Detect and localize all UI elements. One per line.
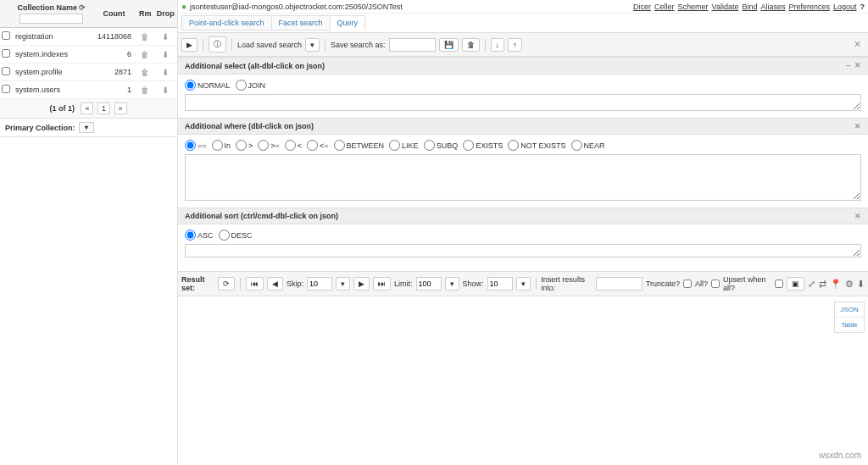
table-row[interactable]: system.indexes 6 🗑 ⬇ bbox=[0, 46, 177, 64]
info-button[interactable]: ⓘ bbox=[209, 36, 226, 53]
limit-dropdown[interactable]: ▾ bbox=[445, 277, 459, 291]
execute-insert-button[interactable]: ▣ bbox=[787, 277, 804, 291]
download-icon[interactable]: ⬇ bbox=[162, 68, 169, 77]
tab-facet-search[interactable]: Facet search bbox=[271, 15, 331, 30]
skip-dropdown[interactable]: ▾ bbox=[336, 277, 350, 291]
trash-icon[interactable]: 🗑 bbox=[141, 68, 149, 77]
radio-between[interactable]: BETWEEN bbox=[334, 140, 385, 151]
view-tab-json[interactable]: JSON bbox=[835, 302, 864, 318]
table-row[interactable]: system.profile 2871 🗑 ⬇ bbox=[0, 64, 177, 81]
table-row[interactable]: registration 14118068 🗑 ⬇ bbox=[0, 28, 177, 46]
row-checkbox[interactable] bbox=[2, 49, 10, 58]
insert-into-input[interactable] bbox=[596, 277, 643, 291]
radio-lt[interactable]: < bbox=[285, 140, 302, 151]
limit-input[interactable] bbox=[416, 277, 442, 291]
link-icon[interactable]: ⇄ bbox=[819, 279, 826, 290]
radio-like[interactable]: LIKE bbox=[389, 140, 419, 151]
next-page-button[interactable]: » bbox=[114, 102, 127, 114]
tab-query[interactable]: Query bbox=[330, 15, 366, 30]
close-panel-icon[interactable]: ✕ bbox=[854, 212, 861, 220]
trash-icon[interactable]: 🗑 bbox=[141, 50, 149, 59]
result-refresh-button[interactable]: ⟳ bbox=[218, 277, 235, 291]
download-icon[interactable]: ⬇ bbox=[162, 50, 169, 59]
load-saved-dropdown[interactable]: ▾ bbox=[305, 38, 320, 52]
minimize-icon[interactable]: − bbox=[846, 61, 851, 70]
page-number[interactable]: 1 bbox=[97, 102, 110, 114]
show-input[interactable] bbox=[487, 277, 513, 291]
show-dropdown[interactable]: ▾ bbox=[516, 277, 531, 291]
nav-schemer[interactable]: Schemer bbox=[678, 3, 709, 11]
where-panel-header[interactable]: Additional where (dbl-click on json) ✕ bbox=[178, 118, 868, 135]
save-search-input[interactable] bbox=[389, 38, 436, 52]
sort-up-button[interactable]: ↑ bbox=[508, 38, 522, 52]
download-icon[interactable]: ⬇ bbox=[162, 86, 169, 95]
primary-collection-dropdown[interactable]: ▾ bbox=[79, 122, 94, 133]
where-textarea[interactable] bbox=[185, 154, 861, 201]
nav-aliases[interactable]: Aliases bbox=[760, 3, 785, 11]
trash-icon[interactable]: 🗑 bbox=[141, 32, 149, 42]
skip-input[interactable] bbox=[307, 277, 332, 291]
close-icon[interactable]: ✕ bbox=[854, 39, 865, 50]
radio-desc[interactable]: DESC bbox=[219, 230, 253, 241]
last-page-button[interactable]: ⏭ bbox=[373, 277, 391, 291]
table-row[interactable]: system.users 1 🗑 ⬇ bbox=[0, 81, 177, 99]
delete-saved-button[interactable]: 🗑 bbox=[462, 38, 480, 52]
all-checkbox[interactable] bbox=[711, 280, 720, 288]
upsert-checkbox[interactable] bbox=[775, 280, 783, 288]
nav-logout[interactable]: Logout bbox=[833, 3, 857, 11]
radio-join[interactable]: JOIN bbox=[236, 80, 266, 91]
nav-preferences[interactable]: Preferences bbox=[788, 3, 830, 11]
collection-name[interactable]: registration bbox=[12, 28, 92, 46]
collection-name[interactable]: system.profile bbox=[12, 64, 92, 81]
view-tab-table[interactable]: Table bbox=[835, 318, 864, 332]
close-panel-icon[interactable]: ✕ bbox=[854, 61, 861, 70]
radio-gte[interactable]: >= bbox=[258, 140, 280, 151]
truncate-checkbox[interactable] bbox=[683, 280, 692, 288]
collection-count: 6 bbox=[92, 46, 136, 64]
nav-dicer[interactable]: Dicer bbox=[633, 3, 651, 11]
trash-icon[interactable]: 🗑 bbox=[141, 86, 149, 95]
nav-bind[interactable]: Bind bbox=[742, 3, 757, 11]
radio-asc[interactable]: ASC bbox=[185, 230, 214, 241]
refresh-icon[interactable]: ⟳ bbox=[79, 3, 86, 12]
radio-notexists[interactable]: NOT EXISTS bbox=[508, 140, 565, 151]
select-textarea[interactable] bbox=[185, 94, 861, 111]
run-button[interactable]: ▶ bbox=[181, 38, 198, 52]
download-icon[interactable]: ⬇ bbox=[162, 32, 169, 42]
col-count-header[interactable]: Count bbox=[92, 0, 136, 28]
radio-eq[interactable]: == bbox=[185, 140, 207, 151]
col-name-header[interactable]: Collection Name ⟳ bbox=[12, 0, 92, 28]
radio-normal[interactable]: NORMAL bbox=[185, 80, 231, 91]
collection-name[interactable]: system.users bbox=[12, 81, 92, 99]
nav-celler[interactable]: Celler bbox=[654, 3, 675, 11]
sort-down-button[interactable]: ↓ bbox=[491, 38, 505, 52]
save-button[interactable]: 💾 bbox=[439, 38, 459, 52]
prev-result-button[interactable]: ◀ bbox=[267, 277, 283, 291]
gear-icon[interactable]: ⚙ bbox=[845, 279, 854, 290]
prev-page-button[interactable]: « bbox=[81, 102, 93, 114]
expand-icon[interactable]: ⤢ bbox=[808, 279, 815, 290]
help-icon[interactable]: ? bbox=[860, 3, 865, 11]
radio-in[interactable]: In bbox=[212, 140, 231, 151]
close-panel-icon[interactable]: ✕ bbox=[854, 122, 861, 130]
row-checkbox[interactable] bbox=[2, 85, 10, 93]
row-checkbox[interactable] bbox=[2, 31, 10, 40]
radio-exists[interactable]: EXISTS bbox=[463, 140, 503, 151]
tab-point-and-click[interactable]: Point-and-click search bbox=[181, 15, 272, 30]
nav-validate[interactable]: Validate bbox=[712, 3, 739, 11]
radio-lte[interactable]: <= bbox=[307, 140, 329, 151]
next-result-button[interactable]: ▶ bbox=[353, 277, 370, 291]
sort-textarea[interactable] bbox=[185, 244, 861, 257]
collection-filter-input[interactable] bbox=[19, 14, 83, 24]
download-results-icon[interactable]: ⬇ bbox=[857, 279, 865, 290]
collection-name[interactable]: system.indexes bbox=[12, 46, 92, 64]
radio-subq[interactable]: SUBQ bbox=[424, 140, 459, 151]
pagination-info: (1 of 1) bbox=[49, 104, 75, 113]
first-page-button[interactable]: ⏮ bbox=[246, 277, 264, 291]
sort-panel-header[interactable]: Additional sort (ctrl/cmd-dbl-click on j… bbox=[178, 208, 868, 224]
radio-gt[interactable]: > bbox=[236, 140, 253, 151]
pin-icon[interactable]: 📍 bbox=[830, 279, 842, 290]
radio-near[interactable]: NEAR bbox=[571, 140, 605, 151]
select-panel-header[interactable]: Additional select (alt-dbl-click on json… bbox=[178, 57, 868, 75]
row-checkbox[interactable] bbox=[2, 67, 10, 75]
